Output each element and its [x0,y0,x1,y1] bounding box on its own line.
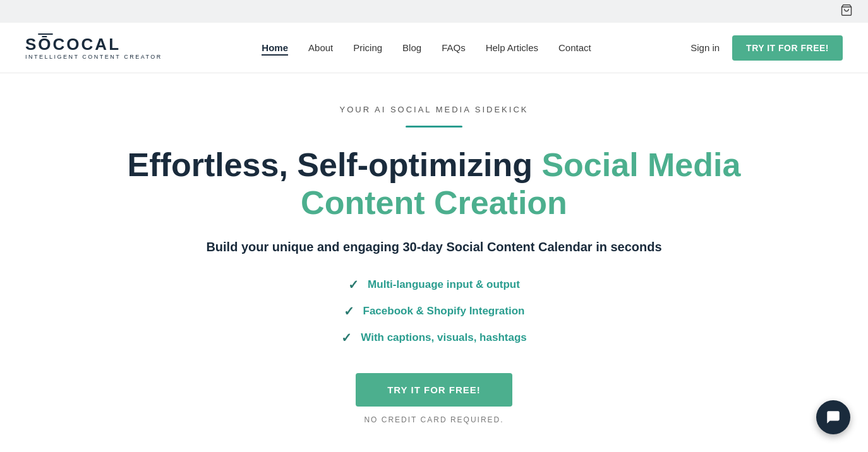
navbar: SŌCOCAL INTELLIGENT CONTENT CREATOR Home… [0,23,868,73]
nav-item-contact[interactable]: Contact [558,42,591,54]
hero-subheading: Build your unique and engaging 30-day So… [25,240,843,254]
chat-widget[interactable] [816,400,850,434]
nav-link-faqs[interactable]: FAQs [442,42,466,53]
feature-label-1: Multi-language input & output [368,278,520,291]
nav-links: Home About Pricing Blog FAQs Help Articl… [262,42,591,54]
feature-label-3: With captions, visuals, hashtags [361,331,526,344]
nav-item-home[interactable]: Home [262,42,288,54]
logo-text: SŌCOCAL [25,36,121,52]
hero-accent-line [406,126,462,128]
check-icon-2: ✓ [344,304,354,319]
logo[interactable]: SŌCOCAL INTELLIGENT CONTENT CREATOR [25,36,162,60]
nav-item-faqs[interactable]: FAQs [442,42,466,54]
hero-heading: Effortless, Self-optimizing Social Media… [87,146,781,222]
nav-link-about[interactable]: About [308,42,333,53]
feature-item-1: ✓ Multi-language input & output [348,277,520,292]
nav-item-blog[interactable]: Blog [402,42,421,54]
feature-label-2: Facebook & Shopify Integration [363,305,525,318]
hero-section: YOUR AI SOCIAL MEDIA SIDEKICK Effortless… [0,73,868,452]
top-bar [0,0,868,23]
check-icon-1: ✓ [348,277,359,292]
cart-icon[interactable] [840,4,853,19]
cta-section: TRY IT FOR FREE! NO CREDIT CARD REQUIRED… [25,373,843,424]
nav-link-pricing[interactable]: Pricing [353,42,382,53]
nav-try-button[interactable]: TRY IT FOR FREE! [732,35,843,61]
nav-item-pricing[interactable]: Pricing [353,42,382,54]
nav-link-help[interactable]: Help Articles [486,42,538,53]
nav-item-about[interactable]: About [308,42,333,54]
nav-link-home[interactable]: Home [262,42,288,56]
logo-subtitle: INTELLIGENT CONTENT CREATOR [25,54,162,60]
nav-right: Sign in TRY IT FOR FREE! [690,35,843,61]
nav-item-help[interactable]: Help Articles [486,42,538,54]
feature-item-3: ✓ With captions, visuals, hashtags [341,330,526,345]
cta-note: NO CREDIT CARD REQUIRED. [364,415,503,424]
nav-link-blog[interactable]: Blog [402,42,421,53]
feature-item-2: ✓ Facebook & Shopify Integration [344,304,525,319]
hero-heading-part1: Effortless, Self-optimizing [128,146,542,183]
nav-link-contact[interactable]: Contact [558,42,591,53]
hero-eyebrow: YOUR AI SOCIAL MEDIA SIDEKICK [25,105,843,114]
sign-in-link[interactable]: Sign in [690,42,720,53]
check-icon-3: ✓ [341,330,352,345]
features-list: ✓ Multi-language input & output ✓ Facebo… [25,277,843,345]
cta-button[interactable]: TRY IT FOR FREE! [356,373,512,407]
